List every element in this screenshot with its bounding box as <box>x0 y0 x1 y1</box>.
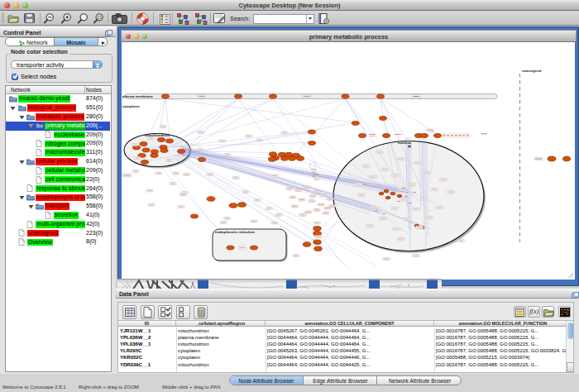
svg-text:endoplasmic reticulum: endoplasmic reticulum <box>215 230 255 234</box>
svg-text:mitochondrion: mitochondrion <box>145 133 170 137</box>
svg-text:nucleus: nucleus <box>398 141 412 145</box>
svg-text:cytoplasm: cytoplasm <box>122 104 140 108</box>
svg-text:plasma membrane: plasma membrane <box>122 94 153 98</box>
svg-text:unassigned: unassigned <box>522 69 542 73</box>
